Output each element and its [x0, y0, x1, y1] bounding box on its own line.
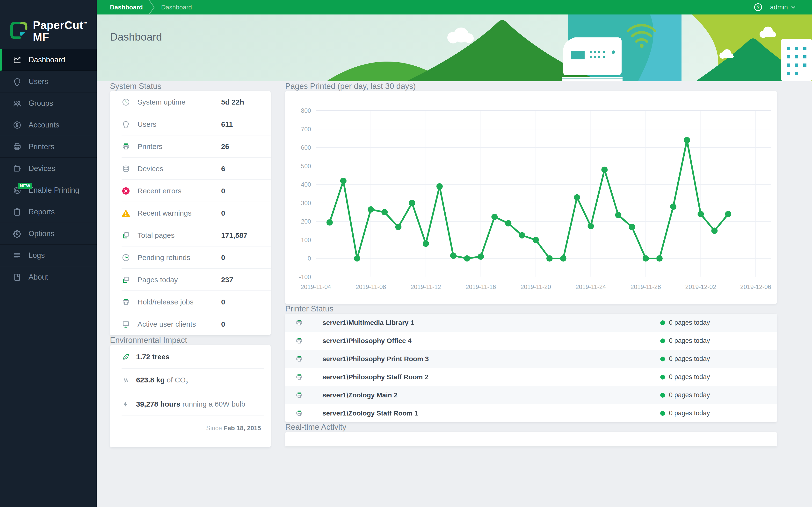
breadcrumb: Dashboard Dashboard [97, 0, 192, 14]
sidebar-item-label: Options [29, 229, 54, 238]
printer-name[interactable]: server1\Multimedia Library 1 [322, 319, 414, 327]
sidebar-item-label: Dashboard [29, 56, 65, 64]
status-label: Users [138, 120, 156, 128]
sidebar-item-logs[interactable]: Logs [0, 244, 97, 266]
sidebar-item-users[interactable]: Users [0, 71, 97, 93]
printer-row[interactable]: server1\Philosophy Print Room 30 pages t… [285, 350, 777, 368]
leaf-icon [121, 352, 130, 361]
breadcrumb-page[interactable]: Dashboard [161, 4, 192, 11]
papercut-logo-icon [10, 21, 28, 40]
sidebar-item-enable-printing[interactable]: NEWEnable Printing [0, 179, 97, 201]
status-label: Hold/release jobs [138, 298, 194, 306]
database-icon [121, 164, 130, 173]
printer-name[interactable]: server1\Zoology Main 2 [322, 391, 398, 399]
printer-green-icon [295, 409, 303, 417]
status-row-active-user-clients: Active user clients0 [110, 313, 271, 335]
printer-row[interactable]: server1\Philosophy Staff Room 20 pages t… [285, 368, 777, 386]
dashboard-chart-icon [12, 55, 22, 64]
environmental-row: 1.72 trees [110, 345, 271, 369]
status-row-recent-errors: Recent errors0 [110, 180, 271, 202]
sidebar-item-devices[interactable]: Devices [0, 158, 97, 179]
svg-text:-100: -100 [299, 274, 311, 280]
sidebar-item-accounts[interactable]: Accounts [0, 114, 97, 136]
status-row-hold-release-jobs: Hold/release jobs0 [110, 291, 271, 313]
status-row-pending-refunds: Pending refunds0 [110, 246, 271, 269]
sidebar-item-groups[interactable]: Groups [0, 93, 97, 114]
status-row-total-pages: Total pages171,587 [110, 224, 271, 246]
printer-row[interactable]: server1\Philosophy Office 40 pages today [285, 332, 777, 350]
since-date: Feb 18, 2015 [223, 425, 261, 432]
status-ok-dot [660, 338, 665, 343]
printer-pages-status: 0 pages today [660, 337, 710, 344]
topbar: Dashboard Dashboard ? admin [97, 0, 812, 14]
printer-name[interactable]: server1\Philosophy Print Room 3 [322, 355, 429, 363]
banner: Dashboard [97, 14, 812, 81]
printer-row[interactable]: server1\Multimedia Library 10 pages toda… [285, 314, 777, 332]
status-label: System uptime [138, 98, 185, 106]
breadcrumb-section[interactable]: Dashboard [110, 4, 143, 11]
sidebar-item-about[interactable]: About [0, 266, 97, 288]
pages-icon [121, 231, 130, 240]
admin-menu[interactable]: admin [770, 4, 797, 11]
warning-triangle-icon [121, 209, 130, 218]
printer-green-icon [295, 337, 303, 345]
printer-name[interactable]: server1\Philosophy Staff Room 2 [322, 373, 428, 381]
sidebar-item-label: Devices [29, 164, 55, 173]
printer-green-icon [121, 142, 130, 151]
sidebar-item-reports[interactable]: Reports [0, 201, 97, 223]
printer-name[interactable]: server1\Philosophy Office 4 [322, 337, 412, 345]
main-content: System Status System uptime5d 22hUsers61… [97, 81, 812, 507]
status-row-pages-today: Pages today237 [110, 269, 271, 291]
status-value: 611 [221, 120, 233, 128]
right-column: Pages Printed (per day, last 30 days) 80… [285, 81, 777, 446]
system-status-heading: System Status [110, 81, 271, 91]
printer-name[interactable]: server1\Zoology Staff Room 1 [322, 409, 418, 417]
status-label: Pages today [138, 276, 178, 284]
page-title: Dashboard [110, 31, 162, 43]
sidebar-item-label: Printers [29, 143, 54, 151]
user-head-icon [12, 77, 22, 86]
svg-text:2019-12-06: 2019-12-06 [740, 283, 771, 290]
svg-text:2019-11-20: 2019-11-20 [520, 283, 551, 290]
banner-illustration [97, 14, 812, 81]
printer-pages-status: 0 pages today [660, 373, 710, 381]
clock-icon [121, 98, 130, 107]
printer-pages-status: 0 pages today [660, 391, 710, 399]
status-label: Recent warnings [138, 209, 191, 217]
status-value: 237 [221, 276, 233, 284]
status-ok-dot [660, 356, 665, 361]
status-row-devices: Devices6 [110, 158, 271, 180]
environmental-card: 1.72 trees623.8 kg of CO239,278 hours ru… [110, 345, 271, 447]
status-label: Active user clients [138, 320, 196, 328]
pages-printed-chart: 8007006005004003002001000-1002019-11-042… [285, 91, 777, 304]
svg-text:600: 600 [301, 144, 311, 151]
book-icon [12, 273, 22, 282]
pages-icon [121, 276, 130, 284]
sidebar-item-dashboard[interactable]: Dashboard [0, 49, 97, 71]
sidebar-item-options[interactable]: Options [0, 223, 97, 244]
sidebar-item-printers[interactable]: Printers [0, 136, 97, 158]
printer-row[interactable]: server1\Zoology Staff Room 10 pages toda… [285, 404, 777, 422]
admin-username: admin [770, 4, 788, 11]
printer-green-icon [295, 355, 303, 363]
svg-text:200: 200 [301, 218, 311, 225]
svg-text:0: 0 [308, 255, 311, 262]
svg-text:2019-11-12: 2019-11-12 [411, 283, 441, 290]
printer-row[interactable]: server1\Zoology Main 20 pages today [285, 386, 777, 404]
status-value: 26 [221, 143, 229, 151]
svg-text:100: 100 [301, 237, 311, 243]
printer-green-icon [295, 373, 303, 381]
help-icon[interactable]: ? [754, 3, 763, 12]
system-status-card: System uptime5d 22hUsers611Printers26Dev… [110, 91, 271, 335]
printer-pages-status: 0 pages today [660, 355, 710, 362]
sidebar-nav: DashboardUsersGroupsAccountsPrintersDevi… [0, 49, 97, 288]
svg-text:2019-11-16: 2019-11-16 [465, 283, 496, 290]
clock-icon [121, 253, 130, 262]
status-row-printers: Printers26 [110, 135, 271, 158]
account-key-icon [12, 120, 22, 130]
sidebar-item-label: About [29, 273, 48, 282]
papercut-logo[interactable]: PaperCut™ MF [0, 0, 97, 48]
printer-pages-status: 0 pages today [660, 409, 710, 417]
status-value: 0 [221, 187, 225, 195]
svg-text:2019-12-02: 2019-12-02 [686, 283, 716, 290]
